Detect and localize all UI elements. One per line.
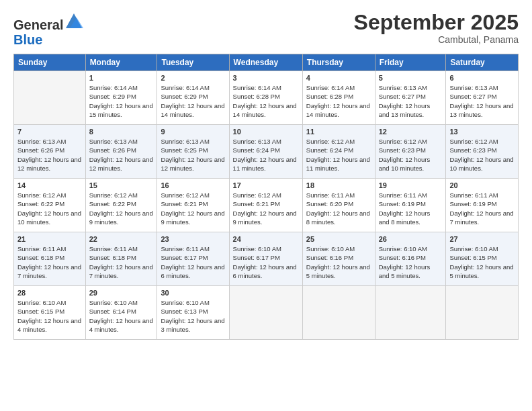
logo-general-text: General — [13, 17, 63, 32]
calendar-cell: 29Sunrise: 6:10 AMSunset: 6:14 PMDayligh… — [85, 286, 157, 340]
logo: General Blue — [13, 11, 83, 47]
day-info: Sunrise: 6:11 AMSunset: 6:19 PMDaylight:… — [449, 191, 515, 226]
calendar-week-row: 7Sunrise: 6:13 AMSunset: 6:26 PMDaylight… — [14, 125, 519, 179]
header-saturday: Saturday — [446, 54, 519, 71]
day-info: Sunrise: 6:13 AMSunset: 6:26 PMDaylight:… — [89, 137, 154, 173]
day-number: 12 — [379, 128, 443, 136]
day-number: 20 — [449, 181, 515, 189]
location: Cambutal, Panama — [354, 34, 519, 45]
day-number: 25 — [306, 235, 371, 243]
day-info: Sunrise: 6:10 AMSunset: 6:16 PMDaylight:… — [379, 244, 443, 280]
day-info: Sunrise: 6:14 AMSunset: 6:29 PMDaylight:… — [89, 83, 154, 119]
calendar-cell: 11Sunrise: 6:12 AMSunset: 6:24 PMDayligh… — [302, 125, 375, 179]
calendar-cell: 3Sunrise: 6:14 AMSunset: 6:28 PMDaylight… — [229, 71, 302, 125]
day-number: 9 — [161, 128, 225, 136]
month-title: September 2025 — [354, 11, 519, 34]
day-info: Sunrise: 6:12 AMSunset: 6:23 PMDaylight:… — [379, 137, 443, 173]
calendar-cell: 1Sunrise: 6:14 AMSunset: 6:29 PMDaylight… — [85, 71, 157, 125]
calendar-cell: 9Sunrise: 6:13 AMSunset: 6:25 PMDaylight… — [157, 125, 229, 179]
day-number: 26 — [379, 235, 443, 243]
day-number: 6 — [449, 74, 515, 82]
day-number: 11 — [306, 128, 371, 136]
header-sunday: Sunday — [14, 54, 86, 71]
calendar-week-row: 28Sunrise: 6:10 AMSunset: 6:15 PMDayligh… — [14, 286, 519, 340]
day-info: Sunrise: 6:10 AMSunset: 6:13 PMDaylight:… — [161, 298, 225, 334]
day-info: Sunrise: 6:12 AMSunset: 6:21 PMDaylight:… — [161, 191, 225, 226]
header-wednesday: Wednesday — [229, 54, 302, 71]
day-number: 10 — [233, 128, 299, 136]
calendar-cell: 18Sunrise: 6:11 AMSunset: 6:20 PMDayligh… — [302, 179, 375, 232]
calendar-cell — [14, 71, 86, 125]
day-number: 29 — [89, 289, 154, 297]
day-info: Sunrise: 6:13 AMSunset: 6:27 PMDaylight:… — [379, 83, 443, 119]
header-thursday: Thursday — [302, 54, 375, 71]
day-info: Sunrise: 6:14 AMSunset: 6:28 PMDaylight:… — [233, 83, 299, 119]
day-info: Sunrise: 6:11 AMSunset: 6:17 PMDaylight:… — [161, 244, 225, 280]
day-number: 27 — [449, 235, 515, 243]
calendar-cell: 19Sunrise: 6:11 AMSunset: 6:19 PMDayligh… — [375, 179, 446, 232]
calendar-cell: 16Sunrise: 6:12 AMSunset: 6:21 PMDayligh… — [157, 179, 229, 232]
calendar-cell — [375, 286, 446, 340]
day-number: 13 — [449, 128, 515, 136]
day-number: 19 — [379, 181, 443, 189]
day-number: 15 — [89, 181, 154, 189]
calendar-cell: 2Sunrise: 6:14 AMSunset: 6:29 PMDaylight… — [157, 71, 229, 125]
header-tuesday: Tuesday — [157, 54, 229, 71]
calendar-cell: 17Sunrise: 6:12 AMSunset: 6:21 PMDayligh… — [229, 179, 302, 232]
header-monday: Monday — [85, 54, 157, 71]
day-number: 22 — [89, 235, 154, 243]
day-info: Sunrise: 6:11 AMSunset: 6:20 PMDaylight:… — [306, 191, 371, 226]
page: General Blue September 2025 Cambutal, Pa… — [0, 0, 532, 411]
calendar-week-row: 1Sunrise: 6:14 AMSunset: 6:29 PMDaylight… — [14, 71, 519, 125]
logo-icon — [64, 11, 83, 30]
calendar-cell: 27Sunrise: 6:10 AMSunset: 6:15 PMDayligh… — [446, 232, 519, 286]
calendar-cell: 24Sunrise: 6:10 AMSunset: 6:17 PMDayligh… — [229, 232, 302, 286]
day-number: 14 — [17, 181, 82, 189]
day-number: 3 — [233, 74, 299, 82]
calendar-cell: 21Sunrise: 6:11 AMSunset: 6:18 PMDayligh… — [14, 232, 86, 286]
day-number: 21 — [17, 235, 82, 243]
day-info: Sunrise: 6:13 AMSunset: 6:24 PMDaylight:… — [233, 137, 299, 173]
day-info: Sunrise: 6:10 AMSunset: 6:16 PMDaylight:… — [306, 244, 371, 280]
day-info: Sunrise: 6:10 AMSunset: 6:15 PMDaylight:… — [449, 244, 515, 280]
calendar-cell: 4Sunrise: 6:14 AMSunset: 6:28 PMDaylight… — [302, 71, 375, 125]
header-friday: Friday — [375, 54, 446, 71]
header: General Blue September 2025 Cambutal, Pa… — [13, 11, 519, 47]
calendar-cell: 15Sunrise: 6:12 AMSunset: 6:22 PMDayligh… — [85, 179, 157, 232]
day-number: 28 — [17, 289, 82, 297]
calendar-cell: 22Sunrise: 6:11 AMSunset: 6:18 PMDayligh… — [85, 232, 157, 286]
day-number: 16 — [161, 181, 225, 189]
calendar-cell: 6Sunrise: 6:13 AMSunset: 6:27 PMDaylight… — [446, 71, 519, 125]
day-number: 8 — [89, 128, 154, 136]
day-info: Sunrise: 6:13 AMSunset: 6:26 PMDaylight:… — [17, 137, 82, 173]
day-info: Sunrise: 6:14 AMSunset: 6:28 PMDaylight:… — [306, 83, 371, 119]
day-info: Sunrise: 6:13 AMSunset: 6:25 PMDaylight:… — [161, 137, 225, 173]
day-info: Sunrise: 6:11 AMSunset: 6:18 PMDaylight:… — [17, 244, 82, 280]
day-info: Sunrise: 6:13 AMSunset: 6:27 PMDaylight:… — [449, 83, 515, 119]
calendar-cell — [446, 286, 519, 340]
day-number: 7 — [17, 128, 82, 136]
calendar-cell — [229, 286, 302, 340]
calendar-cell: 10Sunrise: 6:13 AMSunset: 6:24 PMDayligh… — [229, 125, 302, 179]
day-number: 24 — [233, 235, 299, 243]
calendar-cell: 23Sunrise: 6:11 AMSunset: 6:17 PMDayligh… — [157, 232, 229, 286]
calendar-cell: 13Sunrise: 6:12 AMSunset: 6:23 PMDayligh… — [446, 125, 519, 179]
day-number: 18 — [306, 181, 371, 189]
day-number: 23 — [161, 235, 225, 243]
logo-blue-text: Blue — [13, 32, 42, 47]
calendar-cell: 20Sunrise: 6:11 AMSunset: 6:19 PMDayligh… — [446, 179, 519, 232]
day-info: Sunrise: 6:11 AMSunset: 6:19 PMDaylight:… — [379, 191, 443, 226]
calendar-week-row: 21Sunrise: 6:11 AMSunset: 6:18 PMDayligh… — [14, 232, 519, 286]
calendar-cell — [302, 286, 375, 340]
day-info: Sunrise: 6:14 AMSunset: 6:29 PMDaylight:… — [161, 83, 225, 119]
title-area: September 2025 Cambutal, Panama — [354, 11, 519, 45]
calendar-cell: 7Sunrise: 6:13 AMSunset: 6:26 PMDaylight… — [14, 125, 86, 179]
day-number: 1 — [89, 74, 154, 82]
day-number: 30 — [161, 289, 225, 297]
day-number: 4 — [306, 74, 371, 82]
day-number: 5 — [379, 74, 443, 82]
calendar-table: Sunday Monday Tuesday Wednesday Thursday… — [13, 54, 519, 340]
day-info: Sunrise: 6:12 AMSunset: 6:22 PMDaylight:… — [89, 191, 154, 226]
calendar-cell: 8Sunrise: 6:13 AMSunset: 6:26 PMDaylight… — [85, 125, 157, 179]
day-info: Sunrise: 6:12 AMSunset: 6:22 PMDaylight:… — [17, 191, 82, 226]
